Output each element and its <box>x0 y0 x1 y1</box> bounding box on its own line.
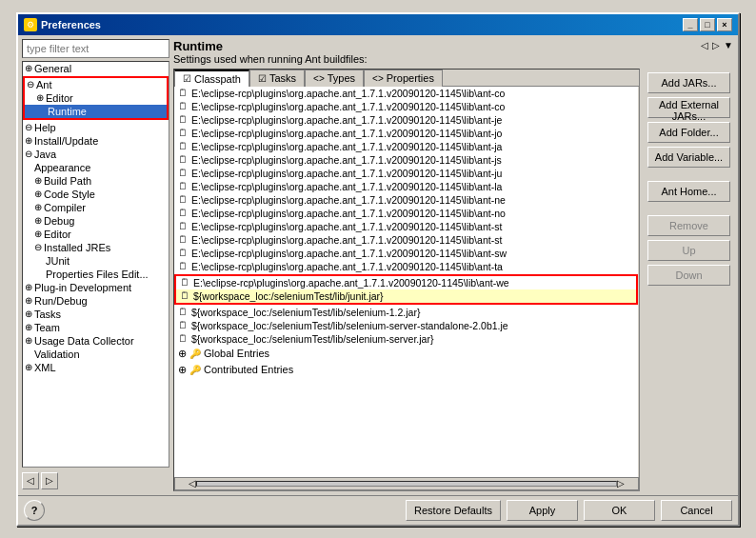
tab-types[interactable]: <> Types <box>305 70 364 87</box>
sidebar-item-label: Editor <box>46 92 73 104</box>
sidebar-item-code-style[interactable]: ⊕ Code Style <box>23 188 169 201</box>
bottom-buttons: ? Restore Defaults Apply OK Cancel <box>18 495 738 525</box>
section-subtitle: Settings used when running Ant buildfile… <box>173 53 368 65</box>
nav-down-icon[interactable]: ▼ <box>723 39 734 51</box>
content-area: ⊕ General ⊖ Ant ⊕ Editor Runtime <box>18 35 738 495</box>
list-item[interactable]: 🗒 E:\eclipse-rcp\plugins\org.apache.ant_… <box>174 247 638 260</box>
sidebar-item-ant[interactable]: ⊖ Ant <box>25 78 167 91</box>
sidebar-item-label: Run/Debug <box>34 295 88 307</box>
list-item[interactable]: 🗒 ${workspace_loc:/seleniumTest/lib/sele… <box>174 332 638 346</box>
group-label: Global Entries <box>204 348 269 359</box>
window-icon: ⚙ <box>24 18 37 31</box>
title-bar-left: ⚙ Preferences <box>24 18 101 31</box>
nav-forward-icon[interactable]: ▷ <box>711 39 721 51</box>
navigation-arrows: ◁ ▷ ▼ <box>700 39 734 51</box>
list-item[interactable]: 🗒 E:\eclipse-rcp\plugins\org.apache.ant_… <box>174 127 638 140</box>
list-item[interactable]: 🗒 E:\eclipse-rcp\plugins\org.apache.ant_… <box>174 153 638 167</box>
expand-icon: ⊖ <box>25 122 32 132</box>
expand-icon: ⊖ <box>34 242 42 252</box>
side-buttons: Add JARs... Add External JARs... Add Fol… <box>644 69 734 491</box>
sidebar-item-ant-editor[interactable]: ⊕ Editor <box>25 91 167 105</box>
tab-tasks[interactable]: ☑ Tasks <box>249 70 305 87</box>
list-item[interactable]: 🗒 E:\eclipse-rcp\plugins\org.apache.ant_… <box>174 233 638 247</box>
nav-back-icon[interactable]: ◁ <box>700 39 709 51</box>
contributed-entries-group[interactable]: ⊕ 🔑 Contributed Entries <box>174 362 638 378</box>
sidebar-item-compiler[interactable]: ⊕ Compiler <box>23 201 169 214</box>
tab-properties[interactable]: <> Properties <box>364 70 443 87</box>
add-variable-button[interactable]: Add Variable... <box>647 147 730 168</box>
list-item[interactable]: 🗒 E:\eclipse-rcp\plugins\org.apache.ant_… <box>174 180 638 193</box>
tab-properties-label: Properties <box>387 72 434 84</box>
list-item[interactable]: 🗒 E:\eclipse-rcp\plugins\org.apache.ant_… <box>174 100 638 113</box>
minimize-button[interactable]: _ <box>683 18 698 31</box>
restore-defaults-button[interactable]: Restore Defaults <box>406 500 501 521</box>
list-item[interactable]: 🗒 ${workspace_loc:/seleniumTest/lib/sele… <box>174 319 638 332</box>
list-item[interactable]: 🗒 E:\eclipse-rcp\plugins\org.apache.ant_… <box>174 87 638 100</box>
sidebar-item-ant-runtime[interactable]: Runtime <box>25 105 167 118</box>
sidebar-item-label: Validation <box>34 349 80 360</box>
cancel-button[interactable]: Cancel <box>661 500 732 521</box>
expand-icon: ⊕ <box>34 229 42 239</box>
sidebar-item-validation[interactable]: Validation <box>23 348 169 361</box>
list-item[interactable]: 🗒 E:\eclipse-rcp\plugins\org.apache.ant_… <box>174 140 638 153</box>
add-folder-button[interactable]: Add Folder... <box>647 122 730 143</box>
sidebar-item-label: Usage Data Collector <box>34 335 134 347</box>
sidebar-item-label: Plug-in Development <box>34 282 131 293</box>
down-button[interactable]: Down <box>647 265 730 286</box>
sidebar-item-build-path[interactable]: ⊕ Build Path <box>23 174 169 188</box>
list-item[interactable]: 🗒 E:\eclipse-rcp\plugins\org.apache.ant_… <box>174 113 638 127</box>
jar-icon: 🗒 <box>178 141 188 151</box>
sidebar-item-label: Code Style <box>44 189 95 200</box>
types-tab-icon: <> <box>313 73 325 84</box>
jar-icon: 🗒 <box>178 128 188 138</box>
list-item[interactable]: 🗒 E:\eclipse-rcp\plugins\org.apache.ant_… <box>174 220 638 233</box>
sidebar-item-properties-files-editor[interactable]: Properties Files Edit... <box>23 268 169 281</box>
sidebar-item-team[interactable]: ⊕ Team <box>23 321 169 334</box>
add-external-jars-button[interactable]: Add External JARs... <box>647 97 730 118</box>
ant-home-button[interactable]: Ant Home... <box>647 181 730 202</box>
tabs-container: ☑ Classpath ☑ Tasks <> Types <> <box>173 69 640 491</box>
sidebar-item-plugin-dev[interactable]: ⊕ Plug-in Development <box>23 281 169 294</box>
maximize-button[interactable]: □ <box>700 18 715 31</box>
sidebar-forward-button[interactable]: ▷ <box>41 472 58 489</box>
close-button[interactable]: × <box>717 18 732 31</box>
list-item[interactable]: 🗒 E:\eclipse-rcp\plugins\org.apache.ant_… <box>174 207 638 220</box>
sidebar-nav-arrows: ◁ ▷ <box>22 470 169 491</box>
global-entries-group[interactable]: ⊕ 🔑 Global Entries <box>174 346 638 362</box>
ok-button[interactable]: OK <box>584 500 655 521</box>
add-jars-button[interactable]: Add JARs... <box>647 72 730 93</box>
filter-input[interactable] <box>22 39 169 58</box>
scroll-left-icon[interactable]: ◁ <box>189 478 196 488</box>
sidebar-item-label: Tasks <box>34 309 61 320</box>
sidebar-back-button[interactable]: ◁ <box>22 472 39 489</box>
help-button[interactable]: ? <box>24 500 45 521</box>
sidebar-item-tasks[interactable]: ⊕ Tasks <box>23 308 169 321</box>
list-item[interactable]: 🗒 E:\eclipse-rcp\plugins\org.apache.ant_… <box>174 167 638 180</box>
list-item[interactable]: 🗒 E:\eclipse-rcp\plugins\org.apache.ant_… <box>174 193 638 207</box>
sidebar-item-java[interactable]: ⊖ Java <box>23 148 169 161</box>
tab-classpath[interactable]: ☑ Classpath <box>174 70 249 87</box>
sidebar-item-general[interactable]: ⊕ General <box>23 62 169 75</box>
sidebar-item-appearance[interactable]: Appearance <box>23 161 169 174</box>
sidebar-item-xml[interactable]: ⊕ XML <box>23 361 169 374</box>
sidebar-item-java-editor[interactable]: ⊕ Editor <box>23 228 169 241</box>
list-item[interactable]: 🗒 ${workspace_loc:/seleniumTest/lib/sele… <box>174 306 638 319</box>
sidebar-item-usage-data[interactable]: ⊕ Usage Data Collector <box>23 334 169 348</box>
tasks-tab-icon: ☑ <box>258 73 267 84</box>
sidebar-item-run-debug[interactable]: ⊕ Run/Debug <box>23 294 169 308</box>
sidebar-item-junit[interactable]: JUnit <box>23 254 169 268</box>
sidebar-item-help[interactable]: ⊖ Help <box>23 121 169 134</box>
sidebar-item-install-update[interactable]: ⊕ Install/Update <box>23 134 169 148</box>
horizontal-scrollbar[interactable]: ◁ ▷ <box>174 477 639 490</box>
list-item-highlighted-1[interactable]: 🗒 E:\eclipse-rcp\plugins\org.apache.ant_… <box>176 276 636 289</box>
remove-button[interactable]: Remove <box>647 215 730 236</box>
preferences-window: ⚙ Preferences _ □ × ⊕ General ⊖ <box>16 12 740 527</box>
up-button[interactable]: Up <box>647 240 730 261</box>
list-item-highlighted-2[interactable]: 🗒 ${workspace_loc:/seleniumTest/lib/juni… <box>176 289 636 303</box>
list-item[interactable]: 🗒 E:\eclipse-rcp\plugins\org.apache.ant_… <box>174 260 638 273</box>
scroll-right-icon[interactable]: ▷ <box>617 478 625 488</box>
sidebar-item-label: Runtime <box>48 106 87 117</box>
sidebar-item-installed-jres[interactable]: ⊖ Installed JREs <box>23 241 169 254</box>
sidebar-item-debug[interactable]: ⊕ Debug <box>23 214 169 228</box>
apply-button[interactable]: Apply <box>507 500 578 521</box>
